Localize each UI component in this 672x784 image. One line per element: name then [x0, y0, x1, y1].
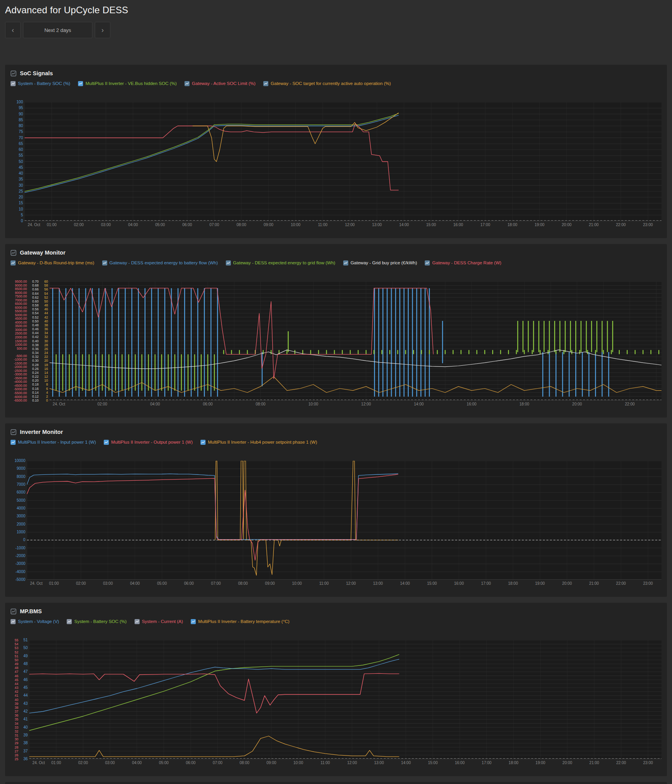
y-axis-label: 9000.00	[15, 283, 27, 287]
chart-canvas[interactable]	[29, 640, 661, 759]
y-axis-label: 0.66	[32, 288, 39, 291]
y-axis-label: 0	[21, 219, 23, 223]
y-axis-label: -1500.00	[14, 361, 27, 365]
x-axis-label: 04:00	[124, 582, 146, 586]
y-axis-label: -2500.00	[14, 369, 27, 373]
y-axis-label: 1500.00	[15, 339, 27, 343]
y-axis-label: 0.38	[32, 343, 39, 347]
chart-canvas[interactable]	[25, 102, 661, 221]
y-axis-label: 65	[19, 142, 23, 146]
y-axis-label: 6000.00	[15, 306, 27, 309]
x-axis: 24. Oct01:0002:0003:0004:0005:0006:0007:…	[27, 582, 661, 588]
y-axis-label: 8000	[17, 475, 25, 479]
chart-plot[interactable]: 24. Oct02:0004:0006:0008:0010:0012:0014:…	[50, 281, 661, 409]
y-axis: 5554535251504948474645444342414039383736…	[11, 640, 20, 759]
y-axis-label: 22	[44, 355, 48, 359]
legend-item-gateway-soc-target-for-currently-active-auto-operation[interactable]: Gateway - SOC target for currently activ…	[263, 81, 391, 86]
chart-legend: Gateway - D-Bus Round-trip time (ms)Gate…	[11, 260, 661, 266]
y-axis-label: 9000	[17, 467, 25, 471]
prev-period-button[interactable]: ‹	[5, 22, 21, 38]
y-axis-label: -3000.00	[14, 373, 27, 376]
legend-item-system-current-a[interactable]: System - Current (A)	[135, 619, 183, 624]
y-axis-label: 50	[15, 658, 18, 662]
x-axis-label: 01:00	[43, 582, 65, 586]
legend-item-multiplus-ii-inverter-ve-bus-hidden-soc[interactable]: MultiPlus II Inverter - VE.Bus hidden SO…	[78, 81, 177, 86]
x-axis-label: 18:00	[502, 223, 523, 227]
legend-label: Gateway - DESS expected energy to grid f…	[233, 260, 335, 265]
y-axis-label: 1000.00	[15, 343, 27, 347]
y-axis-label: 0	[46, 399, 48, 402]
x-axis-label: 16:00	[461, 402, 482, 406]
x-axis-label: 01:00	[45, 761, 67, 765]
y-axis-label: 46	[23, 678, 28, 682]
y-axis-label: 32	[15, 730, 18, 733]
x-axis-label: 02:00	[68, 223, 90, 227]
y-axis-label: 80	[19, 124, 23, 128]
y-axis-label: 0.52	[32, 315, 39, 319]
y-axis-label: 7000.00	[15, 298, 27, 302]
x-axis-label: 19:00	[528, 223, 550, 227]
panel-title: Inverter Monitor	[20, 429, 63, 435]
y-axis-label: 26	[44, 347, 48, 351]
chart-plot[interactable]: 24. Oct01:0002:0003:0004:0005:0006:0007:…	[27, 461, 661, 588]
legend-item-multiplus-ii-inverter-input-power-1-w[interactable]: MultiPlus II Inverter - Input power 1 (W…	[11, 440, 96, 445]
y-axis-label: 9500.00	[15, 280, 27, 283]
panel-header: Gateway Monitor	[11, 249, 661, 257]
y-axis-label: 0.34	[32, 351, 39, 355]
y-axis-label: 33	[15, 726, 18, 729]
chart-legend: MultiPlus II Inverter - Input power 1 (W…	[11, 439, 661, 445]
legend-item-system-battery-soc[interactable]: System - Battery SOC (%)	[11, 81, 70, 86]
legend-item-gateway-dess-expected-energy-to-battery-flow-wh[interactable]: Gateway - DESS expected energy to batter…	[102, 260, 218, 265]
next-range-button[interactable]: Next 2 days	[23, 22, 92, 38]
legend-item-multiplus-ii-inverter-hub4-power-setpoint-phase-1-w[interactable]: MultiPlus II Inverter - Hub4 power setpo…	[200, 440, 317, 445]
legend-item-gateway-grid-buy-price-kwh[interactable]: Gateway - Grid buy price (€/kWh)	[343, 260, 417, 265]
y-axis-label: 48	[44, 304, 48, 307]
y-axis-label: 100	[16, 100, 23, 104]
panel-header: SoC Signals	[11, 69, 661, 77]
legend-item-gateway-dess-expected-energy-to-grid-flow-wh[interactable]: Gateway - DESS expected energy to grid f…	[226, 260, 335, 265]
y-axis-label: 2000.00	[15, 336, 27, 339]
y-axis-label: 0.36	[32, 347, 39, 351]
y-axis-label: 47	[23, 670, 28, 674]
legend-label: MultiPlus II Inverter - Output power 1 (…	[111, 440, 193, 445]
y-axis-label: 46	[44, 308, 48, 311]
chart-panel-icon	[11, 609, 16, 614]
x-axis-label: 22:00	[610, 761, 632, 765]
chart-plot[interactable]: 24. Oct01:0002:0003:0004:0005:0006:0007:…	[25, 102, 661, 229]
legend-item-multiplus-ii-inverter-battery-temperature-c[interactable]: MultiPlus II Inverter - Battery temperat…	[191, 619, 289, 624]
legend-item-multiplus-ii-inverter-output-power-1-w[interactable]: MultiPlus II Inverter - Output power 1 (…	[104, 440, 193, 445]
chart-canvas[interactable]	[50, 281, 661, 400]
y-axis-label: 0.20	[32, 379, 39, 382]
legend-label: Gateway - DESS expected energy to batter…	[110, 260, 218, 265]
y-axis-label: 48	[15, 666, 18, 670]
legend-item-gateway-active-soc-limit[interactable]: Gateway - Active SOC Limit (%)	[184, 81, 255, 86]
y-axis-label: 15	[19, 201, 23, 205]
x-axis-label: 10:00	[287, 761, 309, 765]
x-axis-label: 20:00	[556, 223, 578, 227]
x-axis-label: 07:00	[207, 761, 229, 765]
chart-canvas[interactable]	[27, 461, 661, 580]
legend-item-gateway-d-bus-round-trip-time-ms[interactable]: Gateway - D-Bus Round-trip time (ms)	[11, 260, 94, 265]
x-axis-label: 09:00	[259, 582, 281, 586]
x-axis-label: 05:00	[149, 223, 171, 227]
y-axis-label: -4000	[15, 570, 25, 574]
x-axis-label: 08:00	[234, 761, 255, 765]
y-axis-label: 36	[23, 757, 28, 761]
next-period-button[interactable]: ›	[95, 22, 110, 38]
y-axis: 9500.009000.008500.008000.007500.007000.…	[11, 281, 28, 400]
y-axis-label: -2000.00	[14, 365, 27, 369]
legend-item-gateway-dess-charge-rate-w[interactable]: Gateway - DESS Charge Rate (W)	[425, 260, 501, 265]
y-axis-label: 0.42	[32, 335, 39, 339]
y-axis-label: 45	[15, 678, 18, 681]
x-axis-label: 07:00	[203, 223, 225, 227]
y-axis-label: 16	[44, 367, 48, 370]
y-axis-label: 0.44	[32, 331, 39, 335]
legend-item-system-battery-soc[interactable]: System - Battery SOC (%)	[67, 619, 126, 624]
y-axis-label: 52	[15, 650, 18, 654]
chart-panel-icon	[11, 429, 16, 435]
y-axis-label: 34	[44, 331, 48, 335]
chart-plot[interactable]: 24. Oct01:0002:0003:0004:0005:0006:0007:…	[29, 640, 661, 767]
gateway-device-icon	[425, 260, 430, 265]
legend-item-system-voltage-v[interactable]: System - Voltage (V)	[11, 619, 59, 624]
y-axis-label: 3500.00	[15, 324, 27, 328]
